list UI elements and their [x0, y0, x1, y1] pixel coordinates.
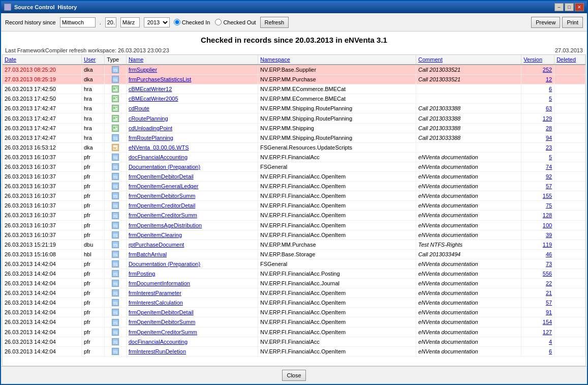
cell-version[interactable]: 57 [521, 298, 554, 308]
cell-name[interactable]: frmDocumentInformation [126, 279, 258, 288]
cell-version[interactable]: 74 [521, 162, 554, 171]
cell-deleted [554, 327, 585, 337]
cell-version[interactable]: 21 [521, 288, 554, 298]
cell-version[interactable]: 5 [521, 152, 554, 162]
preview-button[interactable]: Preview [531, 17, 560, 28]
cell-version[interactable]: 154 [521, 317, 554, 327]
cell-version[interactable]: 252 [521, 65, 554, 75]
cell-name[interactable]: Documentation (Preparation) [126, 162, 258, 171]
cell-name[interactable]: frmOpenItemGeneralLedger [126, 182, 258, 191]
cell-name[interactable]: frmBatchArrival [126, 249, 258, 259]
header-name[interactable]: Name [126, 55, 258, 65]
table-row: 26.03.2013 16:10:37pfrfrmOpenItemDebitor… [3, 191, 585, 201]
cell-version[interactable]: 155 [521, 191, 554, 201]
cell-version[interactable]: 22 [521, 279, 554, 288]
cell-version[interactable]: 91 [521, 308, 554, 317]
maximize-button[interactable]: □ [565, 3, 574, 11]
table-row: 26.03.2013 14:42:04pfrfrmPostingNV.ERP.F… [3, 269, 585, 278]
cell-name[interactable]: docFinancialAccounting [126, 152, 258, 162]
cell-type: W [105, 142, 127, 152]
cell-name[interactable]: frmInterestParameter [126, 288, 258, 298]
cell-version[interactable]: 6 [521, 84, 554, 94]
cell-version[interactable]: 4 [521, 337, 554, 346]
date-num-input[interactable] [105, 17, 116, 27]
cell-version[interactable]: 63 [521, 104, 554, 113]
cell-name[interactable]: cdUnloadingPoint [126, 123, 258, 133]
checked-out-radio[interactable] [215, 19, 222, 25]
header-comment[interactable]: Comment [416, 55, 521, 65]
close-window-button[interactable]: ✕ [575, 3, 584, 11]
title-bar-left: Source Control History [4, 4, 77, 11]
date-year-select[interactable]: 2013 2012 [144, 17, 170, 27]
title-bar: Source Control History – □ ✕ [1, 1, 587, 13]
header-namespace[interactable]: Namespace [258, 55, 416, 65]
cell-name[interactable]: cdRoute [126, 104, 258, 113]
cell-name[interactable]: frmOpenItemDebitorSumm [126, 317, 258, 327]
cell-name[interactable]: frmSupplier [126, 65, 258, 75]
cell-name[interactable]: eNVenta_03.00.06.WTS [126, 142, 258, 152]
cell-name[interactable]: frmOpenItemCreditorDetail [126, 201, 258, 211]
cell-name[interactable]: cRoutePlanning [126, 113, 258, 123]
svg-rect-55 [113, 203, 117, 205]
cell-user: pfr [81, 298, 104, 308]
cell-user: hra [81, 104, 104, 113]
cell-user: pfr [81, 317, 104, 327]
cell-version[interactable]: 94 [521, 133, 554, 142]
record-history-label: Record history since [5, 19, 56, 25]
header-deleted[interactable]: Deleted [554, 55, 585, 65]
cell-name[interactable]: docFinancialAccounting [126, 337, 258, 346]
cell-name[interactable]: frmPurchaseStatisticsList [126, 75, 258, 84]
cell-version[interactable]: 100 [521, 220, 554, 230]
print-button[interactable]: Print [562, 17, 583, 28]
cell-version[interactable]: 127 [521, 327, 554, 337]
cell-version[interactable]: 129 [521, 113, 554, 123]
cell-name[interactable]: frmOpenItemDebitorSumm [126, 191, 258, 201]
table-row: 26.03.2013 17:42:47hracdUnloadingPointNV… [3, 123, 585, 133]
refresh-button[interactable]: Refresh [260, 17, 289, 28]
close-button[interactable]: Close [282, 370, 305, 381]
cell-version[interactable]: 28 [521, 123, 554, 133]
cell-name[interactable]: frmOpenItemCreditorSumm [126, 211, 258, 220]
cell-name[interactable]: Documentation (Preparation) [126, 259, 258, 269]
header-user[interactable]: User [81, 55, 104, 65]
cell-version[interactable]: 128 [521, 211, 554, 220]
cell-name[interactable]: frmOpenItemDebitorDetail [126, 172, 258, 182]
header-date[interactable]: Date [3, 55, 81, 65]
cell-name[interactable]: rptPurchaseDocument [126, 240, 258, 249]
cell-version[interactable]: 23 [521, 142, 554, 152]
cell-name[interactable]: frmOpenItemClearing [126, 230, 258, 240]
cell-version[interactable]: 119 [521, 240, 554, 249]
cell-version[interactable]: 75 [521, 201, 554, 211]
cell-version[interactable]: 5 [521, 94, 554, 104]
cell-version[interactable]: 46 [521, 249, 554, 259]
date-day-input[interactable] [60, 17, 96, 27]
cell-version[interactable]: 92 [521, 172, 554, 182]
cell-name[interactable]: frmOpenItemsAgeDistribution [126, 220, 258, 230]
cell-comment: eNVenta documentation [416, 162, 521, 171]
cell-name[interactable]: frmInterestRunDeletion [126, 346, 258, 356]
cell-namespace: NV.ERP.FI.FinancialAcc.OpenItem [258, 327, 416, 337]
cell-deleted [554, 94, 585, 104]
cell-name[interactable]: frmOpenItemCreditorSumm [126, 327, 258, 337]
cell-version[interactable]: 556 [521, 269, 554, 278]
checked-in-radio[interactable] [174, 19, 180, 25]
minimize-button[interactable]: – [554, 3, 564, 11]
cell-version[interactable]: 73 [521, 259, 554, 269]
cell-name[interactable]: frmOpenItemDebitorDetail [126, 308, 258, 317]
cell-version[interactable]: 39 [521, 230, 554, 240]
date-month-input[interactable] [120, 17, 140, 27]
cell-name[interactable]: cBMEcatWriter2005 [126, 94, 258, 104]
cell-name[interactable]: frmRoutePlanning [126, 133, 258, 142]
table-container[interactable]: Date User Type Name Namespace Comment Ve… [2, 54, 586, 366]
checked-out-radio-label[interactable]: Checked Out [215, 19, 256, 25]
header-version[interactable]: Version [521, 55, 554, 65]
cell-version[interactable]: 6 [521, 346, 554, 356]
cell-name[interactable]: cBMEcatWriter12 [126, 84, 258, 94]
cell-version[interactable]: 12 [521, 75, 554, 84]
cell-version[interactable]: 57 [521, 182, 554, 191]
cell-name[interactable]: frmPosting [126, 269, 258, 278]
svg-text:W: W [113, 146, 116, 150]
checked-in-radio-label[interactable]: Checked In [174, 19, 210, 25]
cell-name[interactable]: frmInterestCalculation [126, 298, 258, 308]
cell-date: 26.03.2013 16:10:37 [3, 211, 81, 220]
